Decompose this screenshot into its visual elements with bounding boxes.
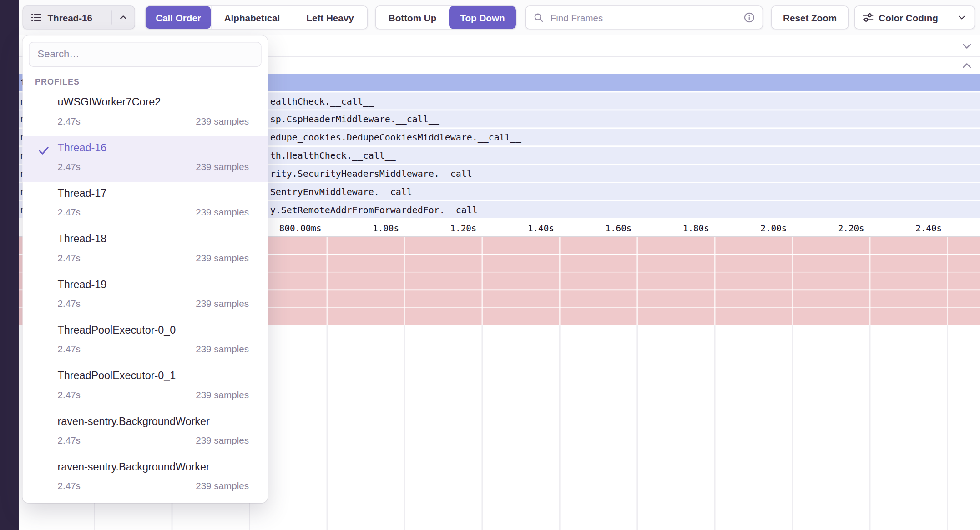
viewport: t m ealthCheck.__call__ m sp.CspHeaderMi… <box>0 0 980 530</box>
gridline <box>481 325 483 530</box>
profile-samples: 239 samples <box>196 115 249 126</box>
gridline <box>636 325 638 530</box>
chevron-up-icon[interactable] <box>960 60 973 72</box>
sort-segmented-control: Call Order Alphabetical Left Heavy <box>145 5 368 29</box>
frame-label: sp.CspHeaderMiddleware.__call__ <box>270 110 439 127</box>
profile-samples: 239 samples <box>196 435 249 445</box>
frame-label: th.HealthCheck.__call__ <box>270 147 396 164</box>
view-segmented-control: Bottom Up Top Down <box>375 5 517 29</box>
time-axis-label: 1.80s <box>683 220 709 236</box>
tab-alphabetical[interactable]: Alphabetical <box>211 6 293 29</box>
profile-name: ThreadPoolExecutor-0_1 <box>57 370 176 382</box>
profile-list-item[interactable]: Thread-18 2.47s 239 samples <box>22 227 268 273</box>
profile-list-item[interactable]: ThreadPoolExecutor-0_0 2.47s 239 samples <box>22 319 268 364</box>
gridline <box>559 237 561 325</box>
gridline <box>404 237 405 325</box>
frame-label: ealthCheck.__call__ <box>270 92 374 109</box>
profile-duration: 2.47s <box>57 115 80 126</box>
profile-list-item[interactable]: ThreadPoolExecutor-0_1 2.47s 239 samples <box>22 364 268 410</box>
gridline <box>559 325 561 530</box>
profile-list-item[interactable]: raven-sentry.BackgroundWorker 2.47s 239 … <box>22 455 268 501</box>
color-coding-label: Color Coding <box>879 12 938 23</box>
chevron-up-icon <box>111 10 128 24</box>
gridline <box>327 325 328 530</box>
tab-left-heavy[interactable]: Left Heavy <box>293 6 367 29</box>
time-axis-label: 800.00ms <box>279 220 322 236</box>
gridline <box>404 325 405 530</box>
profile-name: ThreadPoolExecutor-0_0 <box>57 324 176 336</box>
app-sidebar-strip <box>0 0 19 530</box>
gridline <box>714 325 716 530</box>
search-icon <box>534 12 544 23</box>
profiler-screen: t m ealthCheck.__call__ m sp.CspHeaderMi… <box>0 0 980 530</box>
profile-name: Thread-16 <box>57 142 106 154</box>
gridline <box>792 325 793 530</box>
tab-top-down[interactable]: Top Down <box>449 6 516 29</box>
find-frames-search <box>525 5 763 29</box>
time-axis-label: 1.00s <box>373 220 399 236</box>
gridline <box>869 237 871 325</box>
profile-search-input[interactable] <box>29 42 261 67</box>
gridline <box>714 237 716 325</box>
profile-name: uWSGIWorker7Core2 <box>57 96 161 109</box>
profile-duration: 2.47s <box>57 252 80 263</box>
profile-name: raven-sentry.BackgroundWorker <box>57 415 209 428</box>
list-icon <box>30 12 42 23</box>
profile-list: uWSGIWorker7Core2 2.47s 239 samples Thre… <box>22 90 268 501</box>
profile-samples: 239 samples <box>196 480 249 491</box>
tab-bottom-up[interactable]: Bottom Up <box>376 6 449 29</box>
profile-duration: 2.47s <box>57 207 80 217</box>
profile-samples: 239 samples <box>196 161 249 172</box>
reset-zoom-label: Reset Zoom <box>783 12 837 23</box>
time-axis-label: 1.40s <box>528 220 554 236</box>
profile-name: Thread-17 <box>57 187 106 200</box>
profiles-section-header: PROFILES <box>35 77 80 86</box>
toolbar: Thread-16 Call Order Alphabetical Left H… <box>0 0 980 35</box>
profile-name: raven-sentry.BackgroundWorker <box>57 461 209 473</box>
info-icon[interactable] <box>743 12 755 23</box>
find-frames-input[interactable] <box>549 11 744 23</box>
time-axis-label: 1.20s <box>450 220 476 236</box>
profile-samples: 239 samples <box>196 207 249 217</box>
profile-duration: 2.47s <box>57 435 80 445</box>
profile-duration: 2.47s <box>57 161 80 172</box>
time-axis-label: 2.20s <box>838 220 864 236</box>
gridline <box>327 237 328 325</box>
profile-name: Thread-18 <box>57 233 106 245</box>
gridline <box>792 237 793 325</box>
profile-list-item[interactable]: Thread-19 2.47s 239 samples <box>22 273 268 319</box>
frame-label: SentryEnvMiddleware.__call__ <box>270 183 423 200</box>
profile-list-item-selected[interactable]: Thread-16 2.47s 239 samples <box>22 136 268 182</box>
profile-duration: 2.47s <box>57 480 80 491</box>
time-axis-label: 2.00s <box>760 220 787 236</box>
frame-label: edupe_cookies.DedupeCookiesMiddleware.__… <box>270 129 521 145</box>
profile-list-item[interactable]: raven-sentry.BackgroundWorker 2.47s 239 … <box>22 410 268 455</box>
gridline <box>636 237 638 325</box>
thread-selector-label: Thread-16 <box>47 12 92 23</box>
thread-dropdown-panel: PROFILES uWSGIWorker7Core2 2.47s 239 sam… <box>22 35 268 503</box>
profile-samples: 239 samples <box>196 252 249 263</box>
profile-duration: 2.47s <box>57 298 80 309</box>
profile-list-item[interactable]: uWSGIWorker7Core2 2.47s 239 samples <box>22 90 268 136</box>
profile-samples: 239 samples <box>196 298 249 309</box>
time-axis-label: 1.60s <box>605 220 631 236</box>
profile-samples: 239 samples <box>196 344 249 354</box>
thread-selector-button[interactable]: Thread-16 <box>22 5 135 29</box>
reset-zoom-button[interactable]: Reset Zoom <box>771 5 849 29</box>
gridline <box>869 325 871 530</box>
profile-list-item[interactable]: Thread-17 2.47s 239 samples <box>22 182 268 227</box>
profile-duration: 2.47s <box>57 389 80 400</box>
profile-samples: 239 samples <box>196 389 249 400</box>
frame-label: rity.SecurityHeadersMiddleware.__call__ <box>270 165 483 182</box>
gridline <box>947 237 948 325</box>
sliders-icon <box>863 12 874 23</box>
checkmark-icon <box>37 145 50 157</box>
profile-duration: 2.47s <box>57 344 80 354</box>
time-axis-label: 2.40s <box>915 220 942 236</box>
tab-call-order[interactable]: Call Order <box>146 6 211 29</box>
gridline <box>481 237 483 325</box>
color-coding-button[interactable]: Color Coding <box>854 5 975 29</box>
chevron-down-icon[interactable] <box>960 40 973 52</box>
gridline <box>947 325 948 530</box>
profile-name: Thread-19 <box>57 279 106 291</box>
